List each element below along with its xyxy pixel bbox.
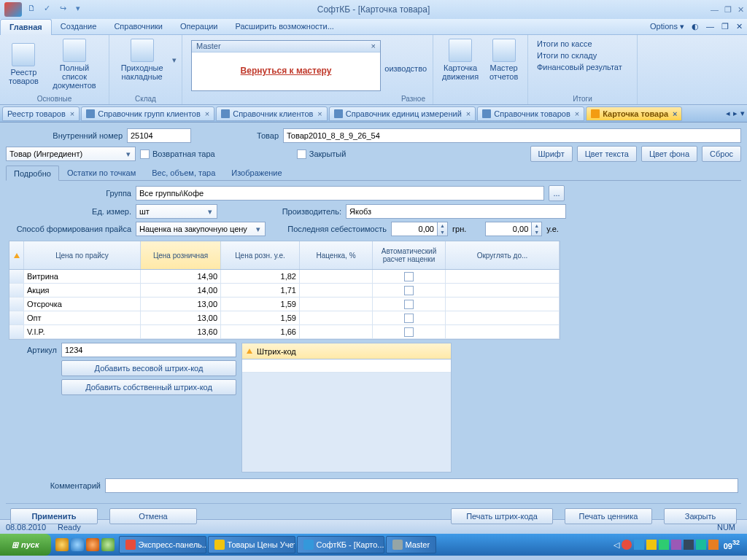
price-grid[interactable]: Цена по прайсу Цена розничная Цена розн.…	[9, 241, 560, 340]
start-button[interactable]: ⊞пуск	[0, 534, 51, 556]
btn-full-docs[interactable]: Полный список документов	[44, 37, 104, 91]
subtab-image[interactable]: Изображение	[223, 165, 290, 180]
reset-button[interactable]: Сброс	[702, 146, 741, 162]
ql-icon[interactable]	[101, 538, 115, 551]
mdi-close-icon[interactable]: ✕	[736, 22, 743, 31]
tray-icon[interactable]	[684, 540, 694, 550]
btn-move-card[interactable]: Карточка движения	[438, 37, 483, 82]
ql-icon[interactable]	[71, 538, 84, 551]
closed-checkbox[interactable]: Закрытый	[297, 149, 347, 159]
doctab-units[interactable]: Справочник единиц измерений×	[329, 106, 476, 121]
btn-report-master[interactable]: Мастер отчетов	[484, 37, 523, 82]
close-icon[interactable]: ×	[70, 109, 74, 118]
textcolor-button[interactable]: Цвет текста	[577, 146, 637, 162]
clock[interactable]: 0932	[721, 539, 743, 551]
tabs-scroll-left-icon[interactable]: ◂	[726, 109, 730, 118]
group-browse-button[interactable]: ...	[549, 185, 565, 201]
taskbar-task[interactable]: Master	[386, 536, 437, 553]
subtab-detail[interactable]: Подробно	[6, 166, 59, 181]
unit-combo[interactable]: шт▾	[136, 204, 217, 219]
title-bar: 🗋 ✓ ↪ ▾ СофтКБ - [Карточка товара] — ❐ ✕	[0, 0, 747, 19]
article-input[interactable]	[61, 343, 236, 357]
last-cost-spin[interactable]: ▲▼	[391, 222, 448, 236]
font-button[interactable]: Шрифт	[530, 146, 573, 162]
tab-dictionaries[interactable]: Справочники	[105, 19, 171, 35]
product-card-form: Внутренний номер Товар Товар (Ингредиент…	[0, 122, 747, 519]
doctab-clients[interactable]: Справочник клиентов×	[216, 106, 328, 121]
link-fin-result[interactable]: Финансовый результат	[537, 63, 628, 71]
mdi-minimize-icon[interactable]: —	[706, 22, 714, 31]
quick-access-toolbar: 🗋 ✓ ↪ ▾	[28, 4, 88, 15]
tray-icon[interactable]	[659, 540, 669, 550]
ql-icon[interactable]	[86, 538, 99, 551]
status-state: Ready	[58, 523, 81, 532]
detail-subtabs: Подробно Остатки по точкам Вес, объем, т…	[6, 165, 741, 181]
product-type-combo[interactable]: Товар (Ингредиент)▾	[6, 147, 136, 161]
print-tag-button[interactable]: Печать ценника	[565, 508, 652, 524]
taskbar: ⊞пуск Экспресс-панель... Товары Цены Уче…	[0, 534, 747, 556]
bgcolor-button[interactable]: Цвет фона	[641, 146, 697, 162]
returnable-checkbox[interactable]: Возвратная тара	[140, 149, 215, 159]
internal-no-input[interactable]	[127, 128, 191, 143]
master-close-icon[interactable]: ×	[371, 42, 376, 51]
qat-dropdown-icon[interactable]: ▾	[76, 4, 88, 15]
close-icon[interactable]: ✕	[738, 5, 744, 15]
status-numlock: NUM	[717, 523, 735, 532]
window-title: СофтКБ - [Карточка товара]	[317, 4, 430, 15]
last-cost-ue-spin[interactable]: ▲▼	[485, 222, 542, 236]
system-tray[interactable]: ◁ 0932	[609, 539, 747, 551]
link-cash-summary[interactable]: Итоги по кассе	[537, 39, 628, 48]
product-name-input[interactable]	[283, 128, 741, 143]
app-logo	[4, 2, 22, 17]
tab-extend[interactable]: Расширить возможности...	[226, 19, 342, 35]
print-barcode-button[interactable]: Печать штрих-кода	[451, 508, 553, 524]
manufacturer-input[interactable]	[346, 204, 566, 219]
tray-icon[interactable]	[646, 540, 657, 550]
ql-icon[interactable]	[55, 538, 69, 551]
comment-input[interactable]	[105, 478, 738, 493]
new-icon[interactable]: 🗋	[28, 4, 39, 15]
taskbar-task[interactable]: Экспресс-панель...	[119, 536, 206, 553]
doctab-client-groups[interactable]: Справочник групп клиентов×	[81, 106, 214, 121]
help-icon[interactable]: ◐	[692, 22, 699, 31]
subtab-stock[interactable]: Остатки по точкам	[59, 165, 144, 180]
price-method-combo[interactable]: Наценка на закупочную цену▾	[136, 222, 266, 236]
tray-icon[interactable]	[671, 540, 681, 550]
tray-icon[interactable]	[708, 540, 719, 550]
cancel-button[interactable]: Отмена	[109, 508, 197, 524]
ribbon: Реестр товаров Полный список документов …	[0, 35, 747, 105]
tray-icon[interactable]	[634, 540, 644, 550]
add-own-barcode-button[interactable]: Добавить собственный штрих-код	[61, 379, 236, 395]
tab-create[interactable]: Создание	[52, 19, 106, 35]
mdi-restore-icon[interactable]: ❐	[721, 22, 729, 31]
table-row[interactable]: Опт13,001,59	[9, 311, 560, 325]
table-row[interactable]: Витрина14,901,82	[9, 270, 560, 284]
group-input[interactable]	[136, 186, 544, 201]
link-stock-summary[interactable]: Итоги по складу	[537, 51, 628, 60]
check-icon[interactable]: ✓	[44, 4, 55, 15]
tab-operations[interactable]: Операции	[171, 19, 226, 35]
doctab-goods[interactable]: Справочник товаров×	[477, 106, 584, 121]
doctab-card[interactable]: Карточка товара×	[586, 106, 682, 121]
minimize-icon[interactable]: —	[711, 5, 719, 15]
redo-icon[interactable]: ↪	[60, 4, 71, 15]
table-row[interactable]: V.I.P.13,601,66	[9, 325, 560, 339]
maximize-icon[interactable]: ❐	[724, 5, 732, 15]
options-menu[interactable]: Options ▾	[650, 22, 684, 31]
taskbar-task[interactable]: Товары Цены Учет	[208, 536, 295, 553]
tray-icon[interactable]	[696, 540, 706, 550]
add-weight-barcode-button[interactable]: Добавить весовой штрих-код	[61, 360, 236, 376]
table-row[interactable]: Акция14,001,71	[9, 284, 560, 298]
tabs-menu-icon[interactable]: ▾	[740, 109, 745, 118]
table-row[interactable]: Отсрочка13,001,59	[9, 298, 560, 311]
barcode-grid[interactable]: Штрих-код	[241, 343, 452, 472]
return-to-master-link[interactable]: Вернуться к мастеру	[192, 52, 380, 76]
subtab-weight[interactable]: Вес, объем, тара	[144, 165, 223, 180]
btn-goods-registry[interactable]: Реестр товаров	[4, 37, 43, 91]
tabs-scroll-right-icon[interactable]: ▸	[733, 109, 738, 118]
taskbar-task[interactable]: СофтКБ - [Карто...	[297, 536, 384, 553]
tray-icon[interactable]	[622, 540, 632, 550]
btn-incoming[interactable]: Приходные накладные	[114, 37, 170, 82]
tab-main[interactable]: Главная	[0, 19, 52, 35]
doctab-registry[interactable]: Реестр товаров×	[2, 106, 80, 121]
